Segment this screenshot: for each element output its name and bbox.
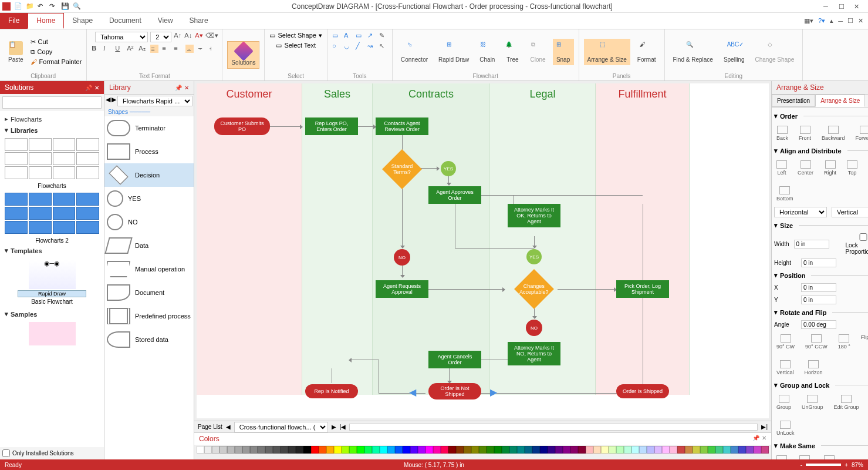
swatch[interactable] xyxy=(731,446,738,454)
spelling-button[interactable]: ABC✓Spelling xyxy=(720,39,748,65)
swatch[interactable] xyxy=(563,446,570,454)
h-scrollbar[interactable] xyxy=(349,424,758,431)
line2-tool-icon[interactable]: ╱ xyxy=(356,42,364,51)
shape-decision[interactable]: Decision xyxy=(104,163,194,187)
node-contacts-agent[interactable]: Contacts Agent Reviews Order xyxy=(376,118,428,135)
format-painter-button[interactable]: 🖌Format Painter xyxy=(31,58,82,65)
swatch[interactable] xyxy=(395,446,403,454)
shrink-font-icon[interactable]: A↓ xyxy=(184,32,192,40)
btn-ms-width[interactable]: Width xyxy=(798,455,811,459)
swatch[interactable] xyxy=(685,446,693,454)
swatch[interactable] xyxy=(601,446,609,454)
btn-ms-height[interactable]: Height xyxy=(822,455,837,459)
nav-prev-icon[interactable]: ◀ xyxy=(409,387,416,398)
swatch[interactable] xyxy=(418,446,425,454)
flowcharts2-grid[interactable] xyxy=(2,190,102,236)
swatch[interactable] xyxy=(715,446,723,454)
btn-forward[interactable]: Forward xyxy=(856,126,868,141)
x-input[interactable] xyxy=(801,283,836,292)
nav-next-icon[interactable]: ▶ xyxy=(490,387,497,398)
node-agent-cancels[interactable]: Agent Cancels Order xyxy=(428,351,481,368)
shape-document[interactable]: Document xyxy=(104,281,194,304)
shape-yes[interactable]: YES xyxy=(104,187,194,210)
swatch[interactable] xyxy=(250,446,258,454)
shape-process[interactable]: Process xyxy=(104,140,194,163)
close-panel-icon[interactable]: ✕ xyxy=(184,85,189,91)
node-agent-requests[interactable]: Agent Requests Approval xyxy=(376,280,428,298)
sect-rotate[interactable]: ▾ Rotate and Flip xyxy=(774,306,868,318)
swatch[interactable] xyxy=(364,446,372,454)
shape-stored-data[interactable]: Stored data xyxy=(104,328,194,351)
swatch[interactable] xyxy=(296,446,303,454)
swatch[interactable] xyxy=(761,446,769,454)
swatch[interactable] xyxy=(624,446,631,454)
underline-icon[interactable]: U xyxy=(115,45,123,53)
swatch[interactable] xyxy=(197,446,204,454)
connector-button[interactable]: ⬂Connector xyxy=(397,39,431,65)
swatch[interactable] xyxy=(654,446,662,454)
sect-makesame[interactable]: ▾ Make Same xyxy=(774,439,868,452)
pin-icon[interactable]: 📌 xyxy=(752,435,759,443)
italic-icon[interactable]: I xyxy=(103,45,112,53)
swatch[interactable] xyxy=(647,446,654,454)
valign-top-icon[interactable]: ⫠ xyxy=(185,45,194,53)
btn-left[interactable]: Left xyxy=(776,160,787,176)
pin-icon[interactable]: 📌 xyxy=(85,85,92,91)
open-icon[interactable]: 📁 xyxy=(26,2,34,11)
valign-mid-icon[interactable]: ⫟ xyxy=(197,45,205,53)
rect-tool-icon[interactable]: ▭ xyxy=(332,32,340,40)
btn-backward[interactable]: Backward xyxy=(822,126,845,141)
snap-button[interactable]: ⊞Snap xyxy=(553,39,574,65)
dist-h-select[interactable]: Horizontal xyxy=(774,207,827,217)
minimize-icon[interactable]: ─ xyxy=(823,3,830,10)
swatch[interactable] xyxy=(448,446,456,454)
zoom-in-icon[interactable]: + xyxy=(845,462,848,468)
valign-bot-icon[interactable]: ⫞ xyxy=(209,45,217,53)
close-icon[interactable]: ✕ xyxy=(854,3,861,10)
color-swatches[interactable] xyxy=(194,445,771,455)
preview-icon[interactable]: 🔍 xyxy=(73,2,81,11)
menu-share[interactable]: Share xyxy=(181,13,217,29)
select-shape-button[interactable]: ▭Select Shape▾ xyxy=(269,32,322,39)
sect-position[interactable]: ▾ Position xyxy=(774,269,868,281)
menu-view[interactable]: View xyxy=(150,13,181,29)
node-rep-notified[interactable]: Rep Is Notified xyxy=(305,384,358,398)
swatch[interactable] xyxy=(433,446,441,454)
swatch[interactable] xyxy=(509,446,517,454)
zoom-out-icon[interactable]: - xyxy=(801,462,802,468)
swatch[interactable] xyxy=(593,446,601,454)
node-yes2[interactable]: YES xyxy=(526,249,542,264)
width-input[interactable] xyxy=(794,240,829,249)
chain-button[interactable]: ⛓Chain xyxy=(476,39,498,65)
paste-button[interactable]: 📋Paste xyxy=(5,39,27,65)
swatch[interactable] xyxy=(738,446,746,454)
copy-button[interactable]: ⧉Copy xyxy=(31,48,82,56)
menu-file[interactable]: File xyxy=(0,13,28,29)
select-text-button[interactable]: ▭Select Text xyxy=(276,42,316,49)
shape-terminator[interactable]: Terminator xyxy=(104,116,194,140)
btn-ungroup[interactable]: UnGroup xyxy=(802,395,823,410)
swatch[interactable] xyxy=(258,446,265,454)
flowcharts-grid[interactable] xyxy=(2,136,102,182)
node-shipped[interactable]: Order Is Shipped xyxy=(616,384,669,398)
size-select[interactable]: 20 xyxy=(150,32,171,42)
swatch[interactable] xyxy=(372,446,380,454)
swatch[interactable] xyxy=(334,446,342,454)
swatch[interactable] xyxy=(570,446,578,454)
swatch[interactable] xyxy=(380,446,387,454)
swatch[interactable] xyxy=(540,446,548,454)
swatch[interactable] xyxy=(425,446,433,454)
sect-order[interactable]: ▾ Order xyxy=(774,110,868,122)
btn-editgroup[interactable]: Edit Group xyxy=(834,395,859,410)
close2-icon[interactable]: ✕ xyxy=(858,17,863,25)
sect-group[interactable]: ▾ Group and Lock xyxy=(774,379,868,391)
swatch[interactable] xyxy=(235,446,242,454)
swatch[interactable] xyxy=(387,446,395,454)
swatch[interactable] xyxy=(464,446,471,454)
arc-tool-icon[interactable]: ◡ xyxy=(344,42,352,51)
help-icon[interactable]: ?▾ xyxy=(818,17,825,25)
sample-thumb[interactable] xyxy=(29,322,76,345)
new-icon[interactable]: 📄 xyxy=(14,2,22,11)
swatch[interactable] xyxy=(212,446,219,454)
sect-size[interactable]: ▾ Size xyxy=(774,219,868,231)
